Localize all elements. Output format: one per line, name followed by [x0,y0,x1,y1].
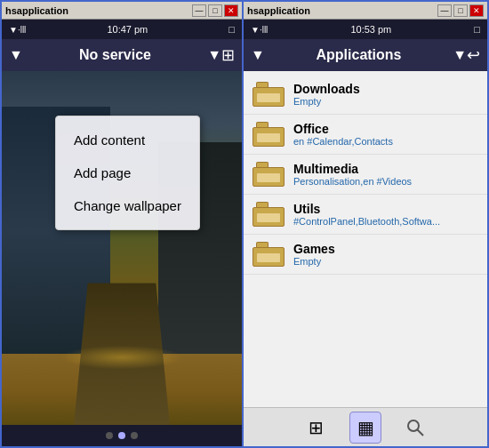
main-container: hsapplication — □ ✕ ▼·lll 10:47 pm □ ▼ N… [0,0,489,448]
left-service-label: No service [23,47,207,63]
right-maximize-button[interactable]: □ [453,4,468,17]
app-desc: en #Calendar,Contacts [293,136,478,147]
right-bottombar: ⊞ ▦ [244,407,487,446]
context-menu: Add content Add page Change wallpaper [55,116,200,230]
left-maximize-button[interactable]: □ [208,4,222,17]
search-button[interactable] [399,412,431,444]
folder-icon [253,162,285,187]
left-grid-icon[interactable]: ⊞ [221,45,235,65]
folder-icon [253,122,285,147]
folder-inner [257,133,280,142]
app-item[interactable]: DownloadsEmpty [244,75,487,115]
right-apps-label: Applications [265,47,453,63]
right-close-button[interactable]: ✕ [469,4,484,17]
left-title: hsapplication [5,5,68,16]
left-minimize-button[interactable]: — [192,4,206,17]
car-lights [50,343,194,372]
left-time: 10:47 pm [107,24,148,35]
app-name: Utils [293,202,478,216]
app-desc: Empty [293,96,478,107]
app-item[interactable]: Utils#ControlPanel,Bluetooth,Softwa... [244,195,487,235]
right-title: hsapplication [247,5,310,16]
svg-line-1 [418,429,424,436]
add-content-item[interactable]: Add content [56,124,199,156]
left-close-button[interactable]: ✕ [224,4,238,17]
right-battery-icon: □ [474,24,480,35]
search-icon [405,418,425,437]
right-minimize-button[interactable]: — [437,4,452,17]
folder-icon [253,202,285,227]
folder-inner [257,253,280,262]
folder-icon [253,82,285,107]
folder-body [253,87,285,107]
left-titlebar-buttons: — □ ✕ [192,4,238,17]
folder-body [253,127,285,147]
right-dropdown-left-arrow[interactable]: ▼ [251,47,265,63]
app-list: DownloadsEmpty Officeen #Calendar,Contac… [244,71,487,407]
app-desc: Empty [293,256,478,267]
grid-view-button[interactable]: ⊞ [300,412,332,444]
folder-inner [257,213,280,222]
folder-body [253,247,285,267]
left-dropdown-left-arrow[interactable]: ▼ [9,47,23,63]
right-time: 10:53 pm [350,24,391,35]
left-status-bar: ▼·lll 10:47 pm □ [2,20,242,39]
left-background: Add content Add page Change wallpaper [2,71,242,425]
app-item[interactable]: Officeen #Calendar,Contacts [244,115,487,155]
left-titlebar: hsapplication — □ ✕ [2,2,242,20]
app-info: MultimediaPersonalisation,en #Videos [293,162,478,187]
folder-icon [253,242,285,267]
folder-inner [257,173,280,182]
app-item[interactable]: GamesEmpty [244,235,487,275]
dot-3[interactable] [131,432,138,439]
app-name: Downloads [293,82,478,96]
folder-body [253,207,285,227]
folder-inner [257,93,280,102]
left-signal-icon: ▼·lll [9,25,26,35]
right-titlebar-buttons: — □ ✕ [437,4,484,17]
app-name: Multimedia [293,162,478,176]
dot-2[interactable] [118,432,125,439]
right-dropdown-right-arrow[interactable]: ▼ [453,47,467,63]
left-signal-area: ▼·lll [9,25,26,35]
right-signal-area: ▼·lll [251,25,268,35]
right-titlebar: hsapplication — □ ✕ [244,2,487,20]
app-info: Utils#ControlPanel,Bluetooth,Softwa... [293,202,478,227]
app-info: Officeen #Calendar,Contacts [293,122,478,147]
app-desc: Personalisation,en #Videos [293,176,478,187]
svg-point-0 [408,420,419,431]
app-info: GamesEmpty [293,242,478,267]
change-wallpaper-item[interactable]: Change wallpaper [56,189,199,222]
left-panel: hsapplication — □ ✕ ▼·lll 10:47 pm □ ▼ N… [0,0,244,448]
app-info: DownloadsEmpty [293,82,478,107]
app-item[interactable]: MultimediaPersonalisation,en #Videos [244,155,487,195]
back-button[interactable]: ↩ [467,45,480,65]
dot-1[interactable] [106,432,113,439]
app-name: Office [293,122,478,136]
left-battery-icon: □ [228,24,235,35]
dot-indicator [2,425,242,446]
add-page-item[interactable]: Add page [56,156,199,189]
right-signal-icon: ▼·lll [251,25,268,35]
right-panel: hsapplication — □ ✕ ▼·lll 10:53 pm □ ▼ A… [244,0,489,448]
folder-body [253,167,285,187]
app-name: Games [293,242,478,256]
left-dropdown-right-arrow[interactable]: ▼ [207,47,221,63]
list-view-button[interactable]: ▦ [349,412,381,444]
left-topbar: ▼ No service ▼ ⊞ [2,39,242,71]
right-status-bar: ▼·lll 10:53 pm □ [244,20,487,39]
app-desc: #ControlPanel,Bluetooth,Softwa... [293,216,478,227]
right-topbar: ▼ Applications ▼ ↩ [244,39,487,71]
